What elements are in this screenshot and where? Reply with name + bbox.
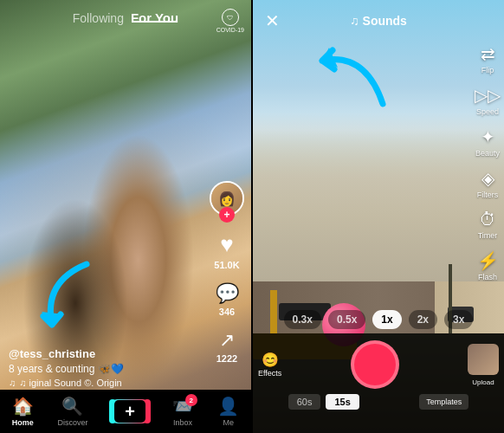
left-feed-panel: Following For You 🛡 COVID-19 👩 + ♥ 51.0K…	[0, 0, 251, 433]
sound-text: ♫ iginal Sound ©. Origin	[19, 378, 121, 388]
comment-count: 346	[219, 307, 235, 317]
bottom-navigation: 🏠 Home 🔍 Discover + 📨 2 Inbox 👤 Me	[0, 390, 251, 433]
duration-15s[interactable]: 15s	[326, 394, 359, 410]
like-count: 51.0K	[214, 260, 239, 270]
flip-label: Flip	[481, 66, 494, 74]
record-inner	[357, 346, 393, 383]
home-icon: 🏠	[12, 396, 34, 417]
timer-label: Timer	[478, 231, 498, 240]
sounds-text: Sounds	[363, 14, 407, 28]
music-note-icon: ♫	[9, 378, 16, 388]
effects-button[interactable]: 😊 Effects	[258, 352, 281, 378]
zoom-2x[interactable]: 2x	[409, 310, 437, 329]
tab-underline	[132, 21, 178, 23]
nav-discover-label: Discover	[57, 418, 87, 427]
top-bar-right: ✕ ♫ Sounds	[253, 0, 504, 42]
speed-tool[interactable]: ▷▷ Speed	[475, 85, 501, 116]
right-camera-panel: ✕ ♫ Sounds ⇄ Flip ▷▷ Speed ✦ Beauty ◈ Fi…	[253, 0, 504, 433]
sounds-label[interactable]: ♫ Sounds	[350, 14, 407, 28]
flash-icon: ⚡	[477, 250, 499, 271]
filters-icon: ◈	[481, 168, 494, 189]
nav-home[interactable]: 🏠 Home	[12, 396, 34, 427]
close-button[interactable]: ✕	[262, 10, 282, 31]
tab-foryou[interactable]: For You	[131, 10, 178, 25]
timer-tool[interactable]: ⏱ Timer	[478, 210, 498, 240]
follow-button[interactable]: +	[219, 207, 235, 223]
share-action[interactable]: ↗ 1222	[216, 329, 237, 364]
beauty-label: Beauty	[475, 149, 500, 158]
create-button[interactable]: +	[112, 399, 148, 423]
zoom-controls: 0.3x 0.5x 1x 2x 3x	[253, 310, 504, 329]
nav-me[interactable]: 👤 Me	[217, 396, 239, 427]
heart-icon: ♥	[220, 231, 233, 258]
tab-following[interactable]: Following	[73, 11, 124, 25]
camera-tools: ⇄ Flip ▷▷ Speed ✦ Beauty ◈ Filters ⏱ Tim…	[475, 43, 501, 281]
templates-button[interactable]: Templates	[419, 394, 468, 410]
music-icon: ♫	[350, 14, 359, 28]
nav-home-label: Home	[12, 418, 34, 427]
creator-avatar-container[interactable]: 👩 +	[210, 181, 244, 216]
sound-info[interactable]: ♫ ♫ iginal Sound ©. Origin	[9, 378, 199, 388]
speed-label: Speed	[476, 107, 499, 116]
comment-action[interactable]: 💬 346	[216, 282, 239, 317]
flash-tool[interactable]: ⚡ Flash	[477, 250, 499, 281]
bottom-controls: 😊 Effects Upload 60s 15s	[253, 333, 504, 433]
timer-icon: ⏱	[479, 210, 496, 229]
profile-icon: 👤	[217, 396, 239, 417]
zoom-05x[interactable]: 0.5x	[328, 310, 365, 329]
covid-badge[interactable]: 🛡 COVID-19	[216, 9, 244, 33]
effects-icon: 😊	[262, 352, 279, 368]
zoom-1x[interactable]: 1x	[372, 310, 401, 329]
speed-icon: ▷▷	[475, 85, 501, 106]
video-info: @tess_christine 8 years & counting 🦋💙 ♫ …	[9, 347, 199, 388]
flip-icon: ⇄	[481, 43, 495, 64]
beauty-tool[interactable]: ✦ Beauty	[475, 126, 500, 158]
top-navigation-left: Following For You 🛡 COVID-19	[0, 0, 251, 33]
comment-icon: 💬	[216, 282, 239, 305]
plus-icon: +	[114, 400, 145, 423]
flash-label: Flash	[478, 273, 497, 281]
record-button[interactable]	[351, 340, 399, 389]
zoom-03x[interactable]: 0.3x	[284, 310, 321, 329]
duration-60s[interactable]: 60s	[288, 394, 321, 410]
discover-icon: 🔍	[61, 396, 83, 417]
creator-username[interactable]: @tess_christine	[9, 347, 199, 360]
nav-discover[interactable]: 🔍 Discover	[57, 396, 87, 427]
covid-icon: 🛡	[222, 9, 239, 26]
filters-label: Filters	[477, 191, 499, 199]
duration-controls: 60s 15s	[288, 394, 359, 410]
nav-inbox[interactable]: 📨 2 Inbox	[172, 396, 194, 427]
video-description: 8 years & counting 🦋💙	[9, 363, 199, 375]
upload-label: Upload	[472, 378, 494, 386]
inbox-badge-count: 2	[185, 394, 197, 406]
filters-tool[interactable]: ◈ Filters	[477, 168, 499, 199]
like-action[interactable]: ♥ 51.0K	[214, 231, 239, 270]
nav-inbox-label: Inbox	[173, 418, 192, 427]
share-count: 1222	[216, 353, 237, 364]
nav-me-label: Me	[223, 418, 234, 427]
beauty-icon: ✦	[481, 126, 495, 147]
zoom-3x[interactable]: 3x	[444, 310, 473, 329]
flip-tool[interactable]: ⇄ Flip	[481, 43, 495, 74]
upload-thumbnail[interactable]	[468, 344, 499, 375]
share-icon: ↗	[219, 329, 235, 352]
effects-label: Effects	[258, 369, 281, 378]
right-actions-panel: 👩 + ♥ 51.0K 💬 346 ↗ 1222	[210, 181, 244, 364]
